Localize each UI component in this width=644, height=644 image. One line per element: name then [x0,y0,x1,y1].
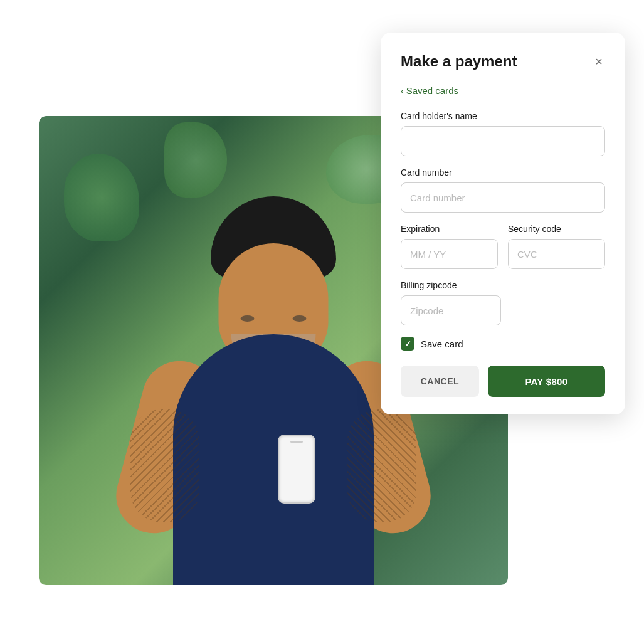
save-card-row: ✓ Save card [401,337,605,351]
saved-cards-link[interactable]: ‹ Saved cards [401,85,605,96]
zipcode-group: Billing zipcode [401,280,605,325]
card-holder-group: Card holder's name [401,111,605,156]
cancel-button[interactable]: CANCEL [401,366,479,397]
exp-security-row: Expiration Security code [401,224,605,280]
security-code-input[interactable] [508,239,605,269]
payment-modal: Make a payment × ‹ Saved cards Card hold… [381,33,625,414]
expiration-input[interactable] [401,239,498,269]
card-holder-input[interactable] [401,126,605,156]
expiration-label: Expiration [401,224,498,234]
card-holder-label: Card holder's name [401,111,605,121]
card-number-group: Card number [401,167,605,213]
security-code-label: Security code [508,224,605,234]
card-number-label: Card number [401,167,605,177]
close-button[interactable]: × [593,53,605,70]
security-code-group: Security code [508,224,605,269]
action-buttons: CANCEL PAY $800 [401,366,605,397]
modal-header: Make a payment × [401,53,605,70]
zipcode-input[interactable] [401,295,501,325]
pay-button[interactable]: PAY $800 [488,366,605,397]
expiration-group: Expiration [401,224,498,269]
chevron-left-icon: ‹ [401,86,404,96]
save-card-checkbox[interactable]: ✓ [401,337,414,351]
billing-zipcode-label: Billing zipcode [401,280,605,290]
checkmark-icon: ✓ [404,339,411,349]
saved-cards-label: Saved cards [406,85,458,96]
save-card-label: Save card [421,339,463,349]
card-number-input[interactable] [401,182,605,213]
modal-title: Make a payment [401,53,517,70]
